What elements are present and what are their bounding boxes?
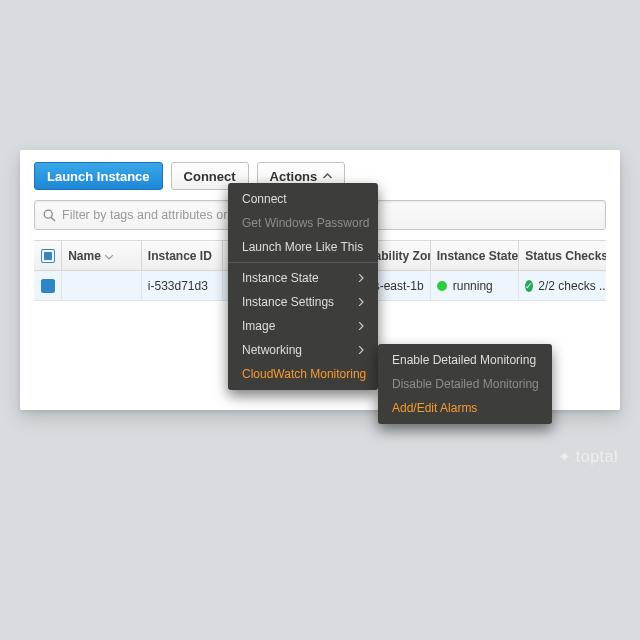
cell-status-checks: ✓ 2/2 checks ...	[519, 271, 606, 300]
cell-instance-state: running	[431, 271, 520, 300]
toptal-logo-icon: ✦	[558, 448, 572, 466]
col-instance-state[interactable]: Instance State	[431, 241, 520, 270]
chevron-right-icon	[359, 271, 364, 285]
menu-image[interactable]: Image	[228, 314, 378, 338]
row-checkbox[interactable]	[34, 271, 62, 300]
select-all-checkbox[interactable]	[34, 241, 62, 270]
menu-cloudwatch-monitoring[interactable]: CloudWatch Monitoring	[228, 362, 378, 386]
col-instance-id[interactable]: Instance ID	[142, 241, 223, 270]
menu-get-windows-password: Get Windows Password	[228, 211, 378, 235]
menu-connect[interactable]: Connect	[228, 187, 378, 211]
menu-instance-settings[interactable]: Instance Settings	[228, 290, 378, 314]
sort-caret-icon	[105, 249, 113, 263]
cell-name	[62, 271, 142, 300]
menu-launch-more[interactable]: Launch More Like This	[228, 235, 378, 259]
launch-instance-button[interactable]: Launch Instance	[34, 162, 163, 190]
check-circle-icon: ✓	[525, 280, 533, 292]
col-name[interactable]: Name	[62, 241, 142, 270]
col-status-checks[interactable]: Status Checks	[519, 241, 606, 270]
menu-networking[interactable]: Networking	[228, 338, 378, 362]
actions-menu: Connect Get Windows Password Launch More…	[228, 183, 378, 390]
chevron-right-icon	[359, 343, 364, 357]
toptal-watermark: ✦ toptal	[558, 448, 618, 466]
menu-instance-state[interactable]: Instance State	[228, 266, 378, 290]
chevron-right-icon	[359, 319, 364, 333]
svg-line-1	[51, 217, 55, 221]
chevron-right-icon	[359, 295, 364, 309]
chevron-up-icon	[323, 173, 332, 179]
search-icon	[43, 209, 56, 222]
submenu-disable-detailed: Disable Detailed Monitoring	[378, 372, 552, 396]
state-dot-icon	[437, 281, 447, 291]
actions-label: Actions	[270, 169, 318, 184]
cloudwatch-submenu: Enable Detailed Monitoring Disable Detai…	[378, 344, 552, 424]
svg-point-0	[44, 210, 52, 218]
submenu-enable-detailed[interactable]: Enable Detailed Monitoring	[378, 348, 552, 372]
submenu-add-edit-alarms[interactable]: Add/Edit Alarms	[378, 396, 552, 420]
cell-instance-id: i-533d71d3	[142, 271, 223, 300]
